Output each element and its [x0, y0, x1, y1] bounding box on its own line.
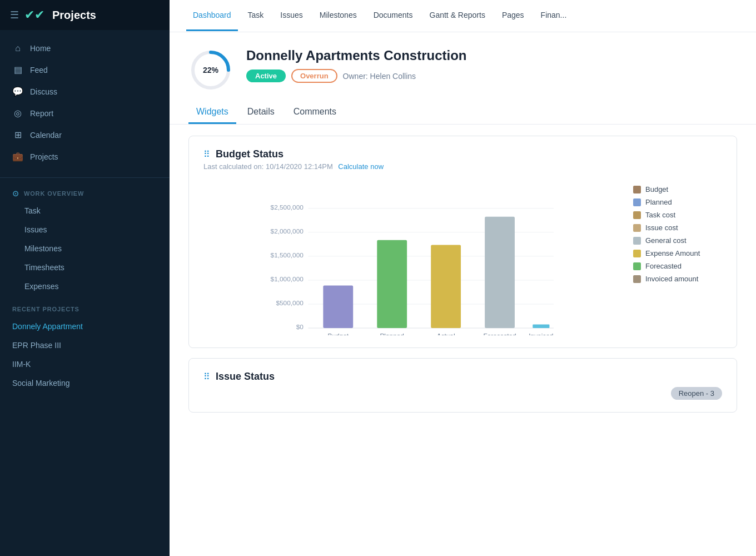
calendar-icon: ⊞ — [12, 130, 23, 140]
sidebar-item-report[interactable]: ◎ Report — [0, 102, 170, 124]
sidebar-title: Projects — [52, 9, 96, 22]
nav-milestones[interactable]: Milestones — [313, 1, 364, 31]
content-tabs: Widgets Details Comments — [170, 101, 756, 125]
project-header: 22% Donnelly Apartments Construction Act… — [170, 32, 756, 101]
legend-expense-amount: Expense Amount — [633, 249, 722, 257]
legend-color-issue-cost — [633, 224, 641, 232]
issue-widget-header: ⠿ Issue Status — [203, 371, 722, 383]
sidebar-item-discuss[interactable]: 💬 Discuss — [0, 81, 170, 102]
svg-text:Forecasted: Forecasted — [483, 332, 516, 335]
project-title: Donnelly Apartments Construction — [246, 48, 466, 63]
legend-color-general-cost — [633, 237, 641, 245]
nav-issues[interactable]: Issues — [273, 1, 309, 31]
tab-comments[interactable]: Comments — [286, 101, 344, 124]
sidebar-item-home[interactable]: ⌂ Home — [0, 38, 170, 59]
budget-widget: ⠿ Budget Status Last calculated on: 10/1… — [188, 136, 737, 348]
issue-widget-title: Issue Status — [216, 371, 275, 383]
report-icon: ◎ — [12, 108, 23, 118]
issue-widget-content: Reopen - 3 — [203, 387, 722, 400]
issue-grid-icon: ⠿ — [203, 371, 210, 382]
sidebar-nav: ⌂ Home ▤ Feed 💬 Discuss ◎ Report ⊞ Calen… — [0, 30, 170, 175]
nav-dashboard[interactable]: Dashboard — [186, 1, 238, 31]
svg-text:$1,500,000: $1,500,000 — [271, 251, 304, 259]
svg-text:$0: $0 — [296, 323, 304, 331]
sidebar-item-label: Projects — [30, 152, 58, 161]
svg-text:$2,000,000: $2,000,000 — [271, 227, 304, 235]
hamburger-icon[interactable]: ☰ — [10, 9, 19, 21]
legend-planned: Planned — [633, 198, 722, 206]
work-overview-section: ⊙ WORK OVERVIEW — [0, 180, 170, 201]
main-content: Dashboard Task Issues Milestones Documen… — [170, 0, 756, 556]
budget-chart-area: $0 $500,000 $1,000,000 $1,500,000 $2,000… — [203, 180, 722, 335]
sidebar-header: ☰ ✔✔ Projects — [0, 0, 170, 30]
sidebar-item-label: Home — [30, 44, 51, 53]
widgets-area: ⠿ Budget Status Last calculated on: 10/1… — [170, 125, 756, 424]
nav-gantt[interactable]: Gantt & Reports — [423, 1, 492, 31]
sidebar-sub-task[interactable]: Task — [0, 201, 170, 220]
legend-color-forecasted — [633, 262, 641, 270]
chart-container: $0 $500,000 $1,000,000 $1,500,000 $2,000… — [203, 180, 616, 335]
calculate-now-link[interactable]: Calculate now — [338, 162, 384, 171]
sidebar-item-feed[interactable]: ▤ Feed — [0, 59, 170, 81]
nav-task[interactable]: Task — [241, 1, 271, 31]
legend-color-invoiced-amount — [633, 275, 641, 283]
tab-widgets[interactable]: Widgets — [188, 101, 236, 124]
sidebar-item-projects[interactable]: 💼 Projects — [0, 146, 170, 167]
legend-issue-cost: Issue cost — [633, 224, 722, 232]
recent-projects-label: RECENT PROJECTS — [0, 296, 170, 317]
feed-icon: ▤ — [12, 64, 23, 75]
legend-invoiced-amount: Invoiced amount — [633, 275, 722, 283]
sidebar: ☰ ✔✔ Projects ⌂ Home ▤ Feed 💬 Discuss ◎ … — [0, 0, 170, 556]
svg-text:Actual: Actual — [437, 332, 455, 335]
sidebar-item-label: Discuss — [30, 87, 57, 96]
legend-color-expense-amount — [633, 250, 641, 257]
recent-project-social[interactable]: Social Marketing — [0, 374, 170, 393]
sidebar-sub-timesheets[interactable]: Timesheets — [0, 258, 170, 277]
legend-budget: Budget — [633, 185, 722, 193]
sidebar-sub-expenses[interactable]: Expenses — [0, 277, 170, 296]
svg-rect-19 — [431, 245, 461, 328]
legend-general-cost: General cost — [633, 236, 722, 245]
progress-ring: 22% — [188, 48, 233, 92]
projects-icon: 💼 — [12, 151, 23, 162]
project-info: Donnelly Apartments Construction Active … — [246, 48, 466, 83]
chart-legend: Budget Planned Task cost Issue cost — [633, 180, 722, 283]
reopen-badge: Reopen - 3 — [671, 387, 722, 400]
legend-color-task-cost — [633, 211, 641, 219]
work-overview-icon: ⊙ — [12, 189, 19, 198]
active-badge: Active — [246, 70, 286, 82]
sidebar-item-label: Calendar — [30, 131, 62, 140]
legend-forecasted: Forecasted — [633, 262, 722, 270]
svg-rect-23 — [533, 325, 549, 328]
project-badges: Active Overrun Owner: Helen Collins — [246, 69, 466, 83]
nav-pages[interactable]: Pages — [495, 1, 531, 31]
budget-chart-svg: $0 $500,000 $1,000,000 $1,500,000 $2,000… — [203, 180, 616, 335]
sidebar-sub-issues[interactable]: Issues — [0, 220, 170, 239]
discuss-icon: 💬 — [12, 86, 23, 97]
svg-text:$2,500,000: $2,500,000 — [271, 203, 304, 211]
legend-task-cost: Task cost — [633, 211, 722, 219]
legend-color-budget — [633, 186, 641, 193]
tab-details[interactable]: Details — [240, 101, 282, 124]
svg-text:22%: 22% — [203, 66, 219, 75]
svg-text:Planned: Planned — [380, 332, 404, 335]
recent-project-iimk[interactable]: IIM-K — [0, 355, 170, 374]
legend-color-planned — [633, 198, 641, 206]
svg-rect-15 — [323, 286, 353, 328]
budget-widget-subtitle: Last calculated on: 10/14/2020 12:14PM C… — [203, 162, 722, 171]
budget-widget-header: ⠿ Budget Status — [203, 148, 722, 160]
svg-text:$500,000: $500,000 — [276, 299, 304, 307]
owner-text: Owner: Helen Collins — [343, 72, 416, 81]
svg-text:Invoiced: Invoiced — [529, 332, 553, 335]
nav-finance[interactable]: Finan... — [534, 1, 574, 31]
sidebar-item-calendar[interactable]: ⊞ Calendar — [0, 124, 170, 146]
svg-rect-21 — [485, 217, 515, 328]
home-icon: ⌂ — [12, 43, 23, 53]
recent-project-epr[interactable]: EPR Phase III — [0, 336, 170, 355]
overrun-badge: Overrun — [291, 69, 337, 83]
sidebar-sub-milestones[interactable]: Milestones — [0, 239, 170, 258]
nav-documents[interactable]: Documents — [367, 1, 420, 31]
budget-grid-icon: ⠿ — [203, 149, 210, 160]
recent-project-donnely[interactable]: Donnely Appartment — [0, 317, 170, 336]
svg-rect-17 — [377, 240, 407, 328]
